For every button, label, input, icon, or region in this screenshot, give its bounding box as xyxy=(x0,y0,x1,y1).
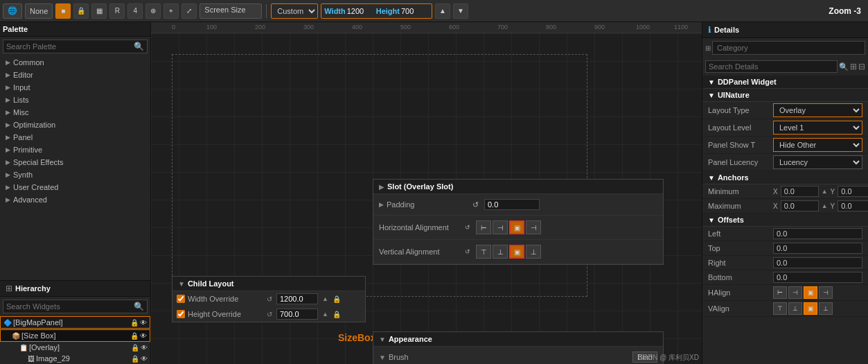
arrow-up-btn[interactable]: ▲ xyxy=(435,3,450,19)
padding-input[interactable] xyxy=(484,199,540,210)
palette-item-user-created[interactable]: ▶ User Created xyxy=(0,181,150,193)
right-input[interactable] xyxy=(773,257,862,268)
offsets-collapse-icon[interactable]: ▼ xyxy=(708,216,715,224)
width-up-icon[interactable]: ▲ xyxy=(322,295,328,302)
canvas-area[interactable]: SizeBox Image_29 ▶ Slot (Overlay Slot) ▶… xyxy=(151,33,702,364)
left-input[interactable] xyxy=(773,228,862,239)
valign-bottom-btn[interactable]: ⊥ xyxy=(819,302,833,315)
hier-item-bigmappanel[interactable]: 🔷 [BigMapPanel] 🔒 👁 xyxy=(0,316,150,329)
valign-center-btn[interactable]: ⊥ xyxy=(788,302,802,315)
v-align-reset[interactable]: ↺ xyxy=(465,248,470,255)
uinature-collapse-icon[interactable]: ▼ xyxy=(708,92,715,99)
width-reset-icon[interactable]: ↺ xyxy=(267,295,272,303)
max-y-input[interactable] xyxy=(838,200,868,211)
height-input[interactable] xyxy=(401,7,429,15)
max-x-up[interactable]: ▲ xyxy=(822,202,828,209)
width-override-checkbox[interactable] xyxy=(177,295,185,303)
arrow-dn-btn[interactable]: ▼ xyxy=(453,3,468,19)
min-x-up[interactable]: ▲ xyxy=(822,188,828,195)
panel-show-select[interactable]: Hide Other xyxy=(773,138,862,152)
details-search-icon[interactable]: 🔍 xyxy=(839,62,849,71)
appearance-collapse-icon[interactable]: ▼ xyxy=(379,336,386,343)
num4-btn[interactable]: 4 xyxy=(127,3,143,19)
lock-icon[interactable]: 🔒 xyxy=(131,355,139,363)
palette-search-input[interactable] xyxy=(3,42,131,51)
r-btn[interactable]: R xyxy=(109,3,125,19)
align-right-btn[interactable]: ⊣ xyxy=(526,220,541,234)
square-icon-btn[interactable]: ■ xyxy=(55,3,71,19)
hier-item-overlay[interactable]: 📋 [Overlay] 🔒 👁 xyxy=(0,342,150,353)
bottom-input[interactable] xyxy=(773,272,862,283)
lock-icon[interactable]: 🔒 xyxy=(130,332,139,340)
align-left-btn[interactable]: ⊢ xyxy=(476,220,491,234)
eye-icon[interactable]: 👁 xyxy=(140,319,147,327)
category-input[interactable] xyxy=(712,41,865,55)
move-btn[interactable]: ⊕ xyxy=(145,3,161,19)
top-input[interactable] xyxy=(773,243,862,254)
height-lock-icon[interactable]: 🔒 xyxy=(333,311,341,318)
height-override-checkbox[interactable] xyxy=(177,310,185,318)
valign-fill-btn[interactable]: ▣ xyxy=(804,302,817,315)
globe-btn[interactable]: 🌐 xyxy=(3,3,22,19)
align-fill-btn[interactable]: ▣ xyxy=(509,220,524,234)
palette-item-input[interactable]: ▶ Input xyxy=(0,81,150,94)
halign-left-btn[interactable]: ⊢ xyxy=(773,286,787,299)
hier-item-sizebox[interactable]: 📦 [Size Box] 🔒 👁 xyxy=(0,329,150,342)
palette-item-misc[interactable]: ▶ Misc xyxy=(0,106,150,119)
align-fill-v-btn[interactable]: ▣ xyxy=(509,245,524,259)
palette-item-advanced[interactable]: ▶ Advanced xyxy=(0,193,150,206)
height-up-icon[interactable]: ▲ xyxy=(322,311,328,318)
screen-size-btn[interactable]: Screen Size xyxy=(200,3,262,19)
hier-item-image29[interactable]: 🖼 Image_29 🔒 👁 xyxy=(0,353,150,364)
width-override-input[interactable] xyxy=(276,293,318,304)
details-filter-icon[interactable]: ⊟ xyxy=(858,62,865,71)
lock-btn[interactable]: 🔒 xyxy=(73,3,89,19)
palette-item-optimization[interactable]: ▶ Optimization xyxy=(0,119,150,131)
snap-btn[interactable]: ⌖ xyxy=(163,3,179,19)
expand-btn[interactable]: ⤢ xyxy=(181,3,197,19)
palette-item-lists[interactable]: ▶ Lists xyxy=(0,94,150,106)
lock-icon[interactable]: 🔒 xyxy=(131,344,139,352)
lock-icon[interactable]: 🔒 xyxy=(130,319,139,327)
grid-btn[interactable]: ▦ xyxy=(91,3,107,19)
widget-collapse-icon[interactable]: ▼ xyxy=(708,78,715,86)
halign-center-btn[interactable]: ⊣ xyxy=(788,286,802,299)
width-input[interactable] xyxy=(347,7,375,15)
palette-item-primitive[interactable]: ▶ Primitive xyxy=(0,144,150,156)
min-y-input[interactable] xyxy=(838,186,868,197)
layout-level-select[interactable]: Level 1 xyxy=(773,121,862,135)
palette-item-common[interactable]: ▶ Common xyxy=(0,56,150,69)
palette-item-synth[interactable]: ▶ Synth xyxy=(0,168,150,181)
brush-expand[interactable]: ▼ xyxy=(379,354,386,361)
align-top-btn[interactable]: ⊤ xyxy=(476,245,491,259)
palette-item-special-effects[interactable]: ▶ Special Effects xyxy=(0,156,150,168)
palette-item-editor[interactable]: ▶ Editor xyxy=(0,69,150,81)
panel-lucency-select[interactable]: Lucency xyxy=(773,155,862,169)
eye-icon[interactable]: 👁 xyxy=(141,344,148,352)
halign-fill-btn[interactable]: ▣ xyxy=(804,286,817,299)
height-override-input[interactable] xyxy=(276,309,318,320)
align-center-v-btn[interactable]: ⊥ xyxy=(493,245,508,259)
collapse-icon[interactable]: ▶ xyxy=(379,183,384,191)
none-btn[interactable]: None xyxy=(25,3,53,19)
palette-item-panel[interactable]: ▶ Panel xyxy=(0,131,150,144)
eye-icon[interactable]: 👁 xyxy=(141,355,148,363)
align-center-h-btn[interactable]: ⊣ xyxy=(493,220,508,234)
align-bottom-btn[interactable]: ⊥ xyxy=(526,245,541,259)
width-lock-icon[interactable]: 🔒 xyxy=(333,295,341,303)
h-align-reset[interactable]: ↺ xyxy=(465,224,470,231)
halign-right-btn[interactable]: ⊣ xyxy=(819,286,833,299)
height-reset-icon[interactable]: ↺ xyxy=(267,311,272,318)
max-x-input[interactable] xyxy=(781,200,819,211)
min-x-input[interactable] xyxy=(781,186,819,197)
hierarchy-search-input[interactable] xyxy=(3,302,131,311)
layout-type-select[interactable]: Overlay xyxy=(773,103,862,117)
eye-icon[interactable]: 👁 xyxy=(140,332,147,340)
anchors-collapse-icon[interactable]: ▼ xyxy=(708,174,715,182)
child-layout-expand[interactable]: ▼ xyxy=(178,280,185,288)
valign-top-btn[interactable]: ⊤ xyxy=(773,302,787,315)
palette-search-icon[interactable]: 🔍 xyxy=(131,42,147,51)
expand-icon[interactable]: ▶ xyxy=(379,201,384,208)
hierarchy-search-icon[interactable]: 🔍 xyxy=(131,302,147,311)
details-search-input[interactable] xyxy=(705,60,838,73)
